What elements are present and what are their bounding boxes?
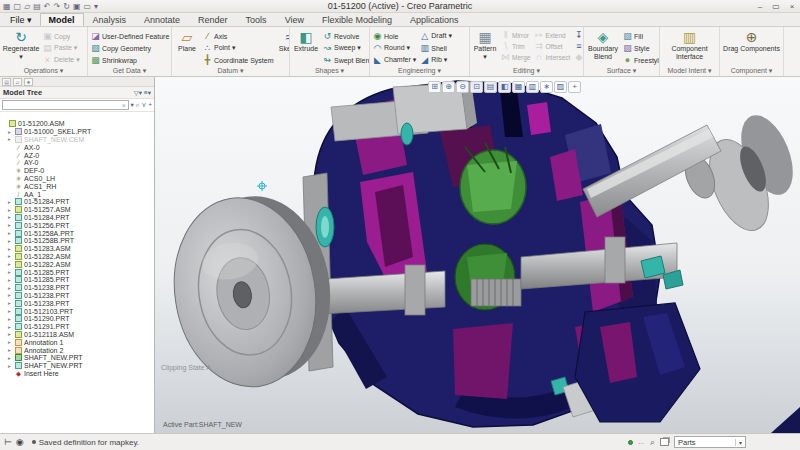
group-label-editing[interactable]: Editing ▾ (470, 65, 583, 76)
favorites-tab[interactable]: ★ (24, 78, 33, 86)
tree-item[interactable]: ▸ 01-512103.PRT (0, 307, 154, 315)
group-label-datum[interactable]: Datum ▾ (172, 65, 289, 76)
ribbon-tab[interactable]: Flexible Modeling (313, 13, 401, 26)
tree-item[interactable]: AA_1 (0, 190, 154, 198)
ribbon-button[interactable]: ◆Solidify (573, 52, 583, 63)
tree-item[interactable]: ▸ 01-51256.PRT (0, 221, 154, 229)
pattern-button[interactable]: ▦ Pattern ▾ (472, 29, 498, 61)
tree-item[interactable]: ▸ 01-51000_SKEL.PRT (0, 128, 154, 136)
expand-arrow[interactable]: ▸ (8, 129, 15, 135)
tree-filters-icon[interactable]: ▽▾ (134, 89, 142, 97)
boundary-blend-button[interactable]: ◈ Boundary Blend (586, 29, 620, 61)
datum-display-icon[interactable]: ∗ (540, 81, 553, 93)
drag-components-button[interactable]: ⊕ Drag Components (723, 29, 781, 53)
tree-item[interactable]: ▸ Annotation 1 (0, 338, 154, 346)
expand-arrow[interactable]: ▸ (8, 230, 15, 236)
feature-requirements-icon[interactable]: ⊢ (4, 437, 12, 447)
restore-button[interactable]: ▭ (771, 2, 781, 11)
ribbon-button[interactable]: ⋈Merge (500, 52, 531, 63)
tree-item[interactable]: ▸ 01-51257.ASM (0, 206, 154, 214)
clear-search-icon[interactable]: × (122, 102, 126, 109)
annotation-display-icon[interactable]: ▨ (554, 81, 567, 93)
model-check-icon[interactable]: ◉ (16, 437, 24, 447)
ribbon-tab[interactable]: View (276, 13, 313, 26)
close-button[interactable]: × (787, 2, 797, 11)
selection-filter-dropdown[interactable]: Parts ▾ (674, 436, 746, 448)
tree-item[interactable]: ▸ 01-51282.ASM (0, 260, 154, 268)
ribbon-button[interactable]: ⇉Offset (533, 41, 571, 52)
tree-item[interactable]: ▸ 01-51238.PRT (0, 292, 154, 300)
tree-item[interactable]: ▸ 01-51282.ASM (0, 253, 154, 261)
tree-item[interactable]: ▸ 01-51238.PRT (0, 284, 154, 292)
tree-settings-icon[interactable]: ≡▾ (144, 89, 151, 97)
expand-arrow[interactable]: ▸ (8, 199, 15, 205)
file-menu-button[interactable]: File ▾ (4, 14, 40, 26)
tree-search-input[interactable]: × (2, 100, 129, 110)
ribbon-button[interactable]: ▨Style (622, 42, 659, 54)
expand-arrow[interactable]: ▸ (8, 238, 15, 244)
tree-item[interactable]: ACS1_RH (0, 182, 154, 190)
ribbon-button[interactable]: ∖Trim (500, 41, 531, 52)
find-icon[interactable]: ⌕ (136, 101, 140, 109)
extrude-button[interactable]: ◧ Extrude (292, 29, 320, 53)
ribbon-button[interactable]: ▥Shell (419, 42, 453, 54)
group-label-model-intent[interactable]: Model Intent ▾ (660, 65, 719, 76)
tree-item[interactable]: ▸ 01-51291.PRT (0, 323, 154, 331)
ribbon-tab[interactable]: Annotate (135, 13, 189, 26)
tree-item[interactable]: ▸ SHAFT_NEW.PRT (0, 362, 154, 370)
expand-arrow[interactable]: ▸ (8, 246, 15, 252)
ribbon-button[interactable]: ×Delete ▾ (42, 54, 81, 65)
window-switch-icon[interactable] (660, 438, 669, 446)
find-in-model-icon[interactable]: ⌕ (650, 437, 655, 448)
expand-arrow[interactable]: ▸ (8, 207, 15, 213)
zoom-region-icon[interactable]: ⊞ (428, 81, 441, 93)
tree-item[interactable]: ▸ SHAFT_NEW.PRT (0, 354, 154, 362)
ribbon-button[interactable]: ↧Project (573, 30, 583, 41)
plane-button[interactable]: ▱ Plane (174, 29, 200, 53)
ribbon-button[interactable]: ◢Rib ▾ (419, 54, 453, 65)
ribbon-button[interactable]: ◪User-Defined Feature (90, 30, 170, 42)
expand-arrow[interactable]: ▸ (8, 347, 15, 353)
ribbon-button[interactable]: ▧Copy Geometry (90, 42, 170, 54)
tree-item[interactable]: DEF-0 (0, 167, 154, 175)
tree-item[interactable]: ▸ 01-51284.PRT (0, 214, 154, 222)
ribbon-button[interactable]: △Draft ▾ (419, 30, 453, 42)
group-label-get-data[interactable]: Get Data ▾ (88, 65, 171, 76)
expand-arrow[interactable]: ▸ (8, 136, 15, 142)
expand-arrow[interactable]: ▸ (8, 355, 15, 361)
expand-arrow[interactable]: ▸ (8, 324, 15, 330)
display-style-icon[interactable]: ◧ (498, 81, 511, 93)
expand-arrow[interactable]: ▸ (8, 285, 15, 291)
ribbon-tab[interactable]: Model (40, 13, 84, 26)
3d-viewport[interactable]: ⊞⊕⊖⊡▤◧▦▥∗▨+ (155, 77, 800, 433)
3d-model[interactable] (155, 77, 800, 433)
ribbon-button[interactable]: ◠Round ▾ (372, 42, 417, 54)
expand-arrow[interactable]: ▸ (8, 222, 15, 228)
folder-browser-tab[interactable]: ▱ (13, 78, 22, 86)
tree-item[interactable]: ▸ 01-51285.PRT (0, 268, 154, 276)
tree-item[interactable]: AX-0 (0, 143, 154, 151)
filter-icon[interactable]: ⋎ (141, 101, 146, 109)
refit-icon[interactable]: ⊡ (470, 81, 483, 93)
tree-item[interactable]: ▸ SHAFT_NEW.CEM (0, 136, 154, 144)
expand-arrow[interactable]: ▸ (8, 308, 15, 314)
ribbon-tab[interactable]: Applications (401, 13, 468, 26)
ribbon-tab[interactable]: Tools (237, 13, 276, 26)
tree-item[interactable]: ▸ 01-51283.ASM (0, 245, 154, 253)
tree-item[interactable]: ▸ Annotation 2 (0, 346, 154, 354)
tree-item[interactable]: AZ-0 (0, 151, 154, 159)
component-interface-button[interactable]: ▥ Component Interface (663, 29, 717, 61)
expand-arrow[interactable]: ▸ (8, 300, 15, 306)
sketch-button[interactable]: ≈ Sketch (277, 29, 289, 53)
expand-arrow[interactable]: ▸ (8, 261, 15, 267)
ribbon-button[interactable]: ▤Paste ▾ (42, 42, 81, 54)
expand-arrow[interactable]: ▸ (8, 339, 15, 345)
ribbon-button[interactable]: ◣Chamfer ▾ (372, 54, 417, 65)
group-label-component[interactable]: Component ▾ (720, 65, 783, 76)
tree-item[interactable]: ▸ 01-51258A.PRT (0, 229, 154, 237)
tree-item[interactable]: ▸ 01-51238.PRT (0, 299, 154, 307)
spin-center-icon[interactable]: + (568, 81, 581, 93)
tree-item[interactable]: ▸ 01-51258B.PRT (0, 237, 154, 245)
ribbon-button[interactable]: ↬Swept Blend (322, 54, 369, 65)
group-label-surface[interactable]: Surface ▾ (584, 65, 659, 76)
